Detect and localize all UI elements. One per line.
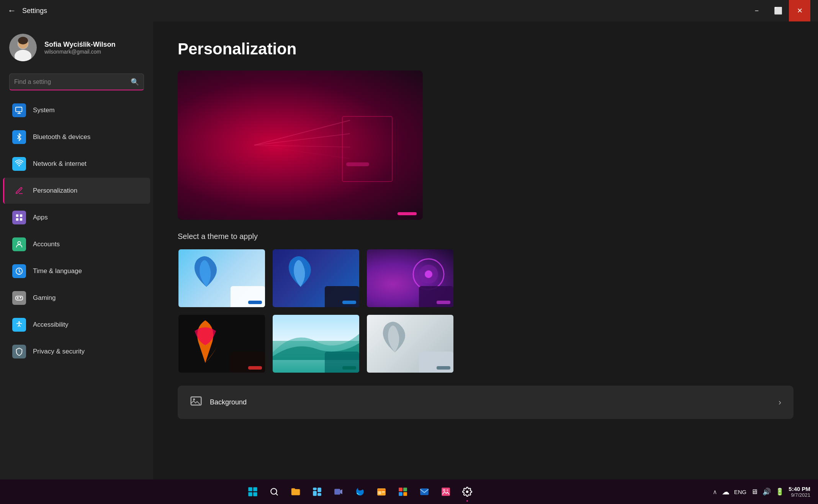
time-icon [12, 264, 26, 278]
taskbar-time: 5:40 PM [789, 486, 810, 492]
battery-icon[interactable]: 🔋 [775, 488, 784, 496]
theme-card-win11-dark[interactable] [272, 249, 360, 308]
svg-point-24 [425, 270, 432, 278]
system-icon [12, 103, 26, 117]
svg-point-12 [18, 242, 20, 244]
accessibility-icon [12, 318, 26, 332]
page-title: Personalization [178, 40, 793, 58]
personalization-icon [12, 184, 26, 198]
search-box[interactable]: 🔍 [9, 74, 144, 90]
taskbar-clock[interactable]: 5:40 PM 9/7/2021 [789, 486, 810, 498]
background-icon [190, 395, 202, 410]
svg-point-5 [18, 37, 28, 44]
taskbar-date: 9/7/2021 [789, 492, 810, 498]
minimize-button[interactable]: − [746, 0, 767, 21]
wallpaper-preview [178, 70, 423, 220]
svg-line-18 [254, 145, 350, 147]
sidebar-item-personalization[interactable]: Personalization [3, 178, 150, 204]
content-area: Personalization Select a theme to apply [153, 21, 818, 479]
taskbar: ∧ ☁ ENG 🖥 🔊 🔋 5:40 PM 9/7/2021 [0, 479, 818, 504]
taskbar-edge-button[interactable] [351, 483, 369, 501]
taskbar-explorer-button[interactable] [372, 483, 391, 501]
taskbar-canvas-button[interactable] [437, 483, 455, 501]
network-icon [12, 157, 26, 171]
theme-card-win11-gray[interactable] [366, 314, 454, 373]
svg-point-26 [193, 398, 195, 400]
svg-rect-10 [16, 218, 18, 221]
background-label: Background [210, 398, 247, 406]
svg-rect-41 [403, 488, 407, 491]
display-icon[interactable]: 🖥 [751, 488, 758, 496]
background-section[interactable]: Background › [178, 386, 793, 419]
svg-rect-9 [20, 214, 22, 217]
user-info: Sofia Wyciślik-Wilson wilsonmark@gmail.c… [44, 41, 116, 55]
taskbar-files-button[interactable] [286, 483, 305, 501]
svg-rect-42 [399, 492, 403, 496]
maximize-button[interactable]: ⬜ [767, 0, 789, 21]
taskbar-start-button[interactable] [244, 483, 262, 501]
sidebar-item-label-apps: Apps [33, 214, 48, 221]
theme-card-colorful[interactable] [178, 314, 266, 373]
sidebar-item-accessibility[interactable]: Accessibility [3, 312, 150, 338]
svg-rect-28 [254, 487, 258, 491]
svg-rect-38 [378, 491, 381, 494]
svg-rect-20 [342, 116, 392, 182]
svg-rect-44 [420, 488, 429, 495]
svg-rect-34 [313, 491, 317, 496]
language-indicator[interactable]: ENG [734, 489, 747, 495]
taskbar-settings-button[interactable] [458, 483, 476, 501]
sidebar-item-label-network: Network & internet [33, 160, 87, 168]
theme-card-win11-purple[interactable] [366, 249, 454, 308]
svg-rect-14 [16, 296, 23, 300]
svg-rect-35 [317, 493, 321, 496]
sidebar-item-label-personalization: Personalization [33, 187, 77, 195]
taskbar-meet-button[interactable] [329, 483, 348, 501]
svg-rect-39 [382, 491, 385, 493]
volume-icon[interactable]: 🔊 [762, 488, 771, 496]
app-title: Settings [22, 7, 47, 15]
sidebar-item-label-accounts: Accounts [33, 241, 60, 248]
svg-point-47 [447, 489, 448, 491]
wallpaper-background [178, 70, 423, 220]
svg-rect-27 [249, 487, 253, 491]
sidebar-item-label-system: System [33, 106, 55, 114]
taskbar-widgets-button[interactable] [308, 483, 326, 501]
svg-rect-29 [249, 492, 253, 496]
sidebar-item-label-time: Time & language [33, 267, 82, 275]
svg-rect-32 [313, 488, 317, 490]
theme-card-scenic[interactable] [272, 314, 360, 373]
back-button[interactable]: ← [8, 6, 16, 16]
user-profile[interactable]: Sofia Wyciślik-Wilson wilsonmark@gmail.c… [0, 21, 153, 70]
sidebar-item-time[interactable]: Time & language [3, 258, 150, 284]
cloud-icon[interactable]: ☁ [722, 487, 730, 496]
sidebar-item-network[interactable]: Network & internet [3, 151, 150, 177]
avatar [9, 34, 37, 61]
chevron-up-icon[interactable]: ∧ [713, 488, 717, 496]
svg-rect-40 [399, 488, 403, 491]
gaming-icon [12, 291, 26, 305]
theme-card-win11-light[interactable] [178, 249, 266, 308]
sidebar-item-label-privacy: Privacy & security [33, 348, 85, 355]
sidebar-item-accounts[interactable]: Accounts [3, 231, 150, 257]
search-input[interactable] [14, 79, 131, 85]
taskbar-mail-button[interactable] [415, 483, 434, 501]
user-email: wilsonmark@gmail.com [44, 49, 116, 55]
sidebar-item-label-accessibility: Accessibility [33, 321, 69, 329]
sidebar-item-gaming[interactable]: Gaming [3, 285, 150, 311]
svg-point-46 [443, 489, 446, 491]
sidebar-item-label-gaming: Gaming [33, 294, 56, 302]
apps-icon [12, 211, 26, 224]
sidebar-item-apps[interactable]: Apps [3, 205, 150, 231]
main-layout: Sofia Wyciślik-Wilson wilsonmark@gmail.c… [0, 21, 818, 479]
sidebar: Sofia Wyciślik-Wilson wilsonmark@gmail.c… [0, 21, 153, 479]
titlebar: ← Settings − ⬜ ✕ [0, 0, 818, 21]
sidebar-item-privacy[interactable]: Privacy & security [3, 339, 150, 365]
taskbar-pink-bar [398, 212, 417, 215]
sidebar-item-bluetooth[interactable]: Bluetooth & devices [3, 124, 150, 150]
sidebar-item-system[interactable]: System [3, 97, 150, 123]
taskbar-store-button[interactable] [394, 483, 412, 501]
svg-point-7 [18, 165, 20, 167]
svg-rect-11 [20, 218, 22, 221]
close-button[interactable]: ✕ [789, 0, 810, 21]
taskbar-search-button[interactable] [265, 483, 283, 501]
